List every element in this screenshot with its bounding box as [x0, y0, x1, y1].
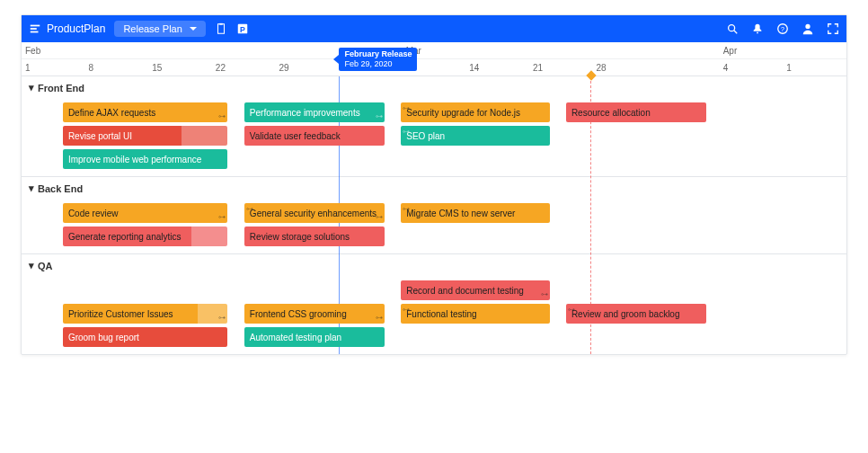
day-tick: 1: [783, 59, 846, 76]
timeline-row: Record and document testing⊶: [22, 279, 846, 302]
task-bar[interactable]: Frontend CSS grooming⊶: [244, 304, 385, 324]
day-tick: 4: [720, 59, 784, 76]
month-tick: Apr: [720, 42, 784, 58]
day-tick: 15: [148, 59, 212, 76]
lane-body: Record and document testing⊶Prioritize C…: [22, 277, 846, 354]
day-tick: 8: [85, 59, 149, 76]
svg-text:P: P: [240, 25, 245, 34]
plan-selector[interactable]: Release Plan: [114, 21, 205, 37]
day-tick: 28: [592, 59, 656, 76]
task-bar[interactable]: Prioritize Customer Issues⊶: [63, 304, 228, 324]
search-icon[interactable]: [726, 22, 739, 35]
link-icon: ⊶: [403, 128, 410, 136]
svg-point-12: [805, 24, 810, 29]
day-tick: 29: [275, 59, 339, 76]
day-tick: 1: [22, 59, 85, 76]
timeline-row: Groom bug reportAutomated testing plan: [22, 325, 846, 349]
month-tick: [592, 42, 656, 58]
plan-name: Release Plan: [123, 23, 182, 34]
task-bar[interactable]: SEO plan⊶: [401, 126, 549, 146]
svg-point-7: [729, 25, 735, 31]
lane-title: Back End: [38, 183, 83, 194]
lane-header[interactable]: ▾Front End: [22, 76, 846, 99]
task-bar[interactable]: General security enhancements⊶⊶: [244, 203, 385, 223]
parking-icon[interactable]: P: [236, 22, 249, 35]
task-bar[interactable]: Groom bug report: [63, 327, 228, 347]
day-tick: [656, 59, 720, 76]
bell-icon[interactable]: [751, 22, 764, 35]
link-icon: ⊶: [218, 314, 226, 322]
svg-rect-3: [217, 24, 224, 34]
timeline-row: Prioritize Customer Issues⊶Frontend CSS …: [22, 302, 846, 325]
svg-rect-0: [31, 25, 40, 27]
task-bar[interactable]: Record and document testing⊶: [401, 280, 549, 300]
brand-icon: [29, 22, 41, 35]
link-icon: ⊶: [403, 205, 410, 213]
milestone-title: February Release: [344, 49, 412, 59]
roadmap-board: ▾Front EndDefine AJAX requests⊶Performan…: [22, 76, 846, 354]
task-bar[interactable]: Migrate CMS to new server⊶: [401, 203, 549, 223]
help-icon[interactable]: ?: [776, 22, 789, 35]
timeline-days: 18152229714212841: [22, 59, 846, 76]
day-tick: 22: [212, 59, 276, 76]
month-tick: [212, 42, 276, 58]
timeline-header: FebMarApr 18152229714212841 February Rel…: [22, 42, 846, 76]
svg-text:?: ?: [781, 26, 784, 32]
task-bar[interactable]: Review storage solutions: [244, 226, 385, 246]
brand-name: ProductPlan: [47, 22, 105, 35]
svg-point-9: [757, 32, 758, 34]
link-icon: ⊶: [403, 306, 410, 314]
timeline-row: Revise portal UIValidate user feedbackSE…: [22, 124, 846, 147]
chevron-down-icon: ▾: [29, 260, 34, 271]
chevron-down-icon: ▾: [29, 182, 34, 194]
month-tick: [529, 42, 593, 58]
expand-icon[interactable]: [827, 22, 839, 35]
svg-rect-1: [31, 28, 37, 30]
timeline-row: Define AJAX requests⊶Performance improve…: [22, 101, 846, 124]
month-tick: Feb: [22, 42, 85, 58]
milestone-date: Feb 29, 2020: [344, 59, 412, 69]
task-bar[interactable]: Review and groom backlog⊶: [566, 304, 706, 324]
task-bar[interactable]: Validate user feedback: [244, 126, 385, 146]
month-tick: [465, 42, 529, 58]
task-bar[interactable]: Functional testing⊶: [401, 304, 549, 324]
lane-body: Define AJAX requests⊶Performance improve…: [22, 99, 846, 176]
month-tick: [783, 42, 846, 58]
task-bar[interactable]: Define AJAX requests⊶: [63, 102, 228, 122]
topbar-actions: ?: [726, 22, 839, 35]
month-tick: [85, 42, 149, 58]
top-bar: ProductPlan Release Plan P ?: [22, 15, 846, 42]
brand-logo[interactable]: ProductPlan: [29, 22, 105, 35]
lane-title: Front End: [38, 83, 84, 93]
lane-header[interactable]: ▾Back End: [22, 177, 846, 200]
app-window: ProductPlan Release Plan P ?: [21, 14, 847, 355]
link-icon: ⊶: [403, 104, 410, 112]
svg-rect-4: [219, 23, 223, 25]
link-icon: ⊶: [218, 213, 226, 221]
task-bar[interactable]: Generate reporting analytics: [63, 226, 228, 246]
task-bar[interactable]: Security upgrade for Node.js⊶: [401, 102, 549, 122]
link-icon: ⊶: [376, 314, 383, 322]
task-bar[interactable]: Performance improvements⊶: [244, 102, 385, 122]
clipboard-icon[interactable]: [215, 22, 227, 35]
timeline-row: Code review⊶General security enhancement…: [22, 201, 846, 225]
link-icon: ⊶: [541, 290, 548, 298]
timeline-row: Generate reporting analyticsReview stora…: [22, 225, 846, 248]
svg-line-8: [734, 31, 738, 34]
lane-title: QA: [38, 261, 53, 271]
timeline-months: FebMarApr: [22, 42, 846, 59]
lane-header[interactable]: ▾QA: [22, 254, 846, 277]
task-bar[interactable]: Improve mobile web performance: [63, 149, 228, 169]
task-bar[interactable]: Automated testing plan: [244, 327, 385, 347]
month-tick: [148, 42, 212, 58]
milestone-flag[interactable]: February Release Feb 29, 2020: [339, 48, 417, 71]
task-bar[interactable]: Resource allocation: [566, 102, 706, 122]
svg-rect-2: [31, 31, 39, 33]
task-bar[interactable]: Revise portal UI: [63, 126, 228, 146]
month-tick: [656, 42, 720, 58]
day-tick: 21: [529, 59, 593, 76]
chevron-down-icon: [190, 27, 197, 31]
user-icon[interactable]: [802, 22, 814, 35]
link-icon: ⊶: [568, 306, 575, 314]
task-bar[interactable]: Code review⊶: [63, 203, 228, 223]
